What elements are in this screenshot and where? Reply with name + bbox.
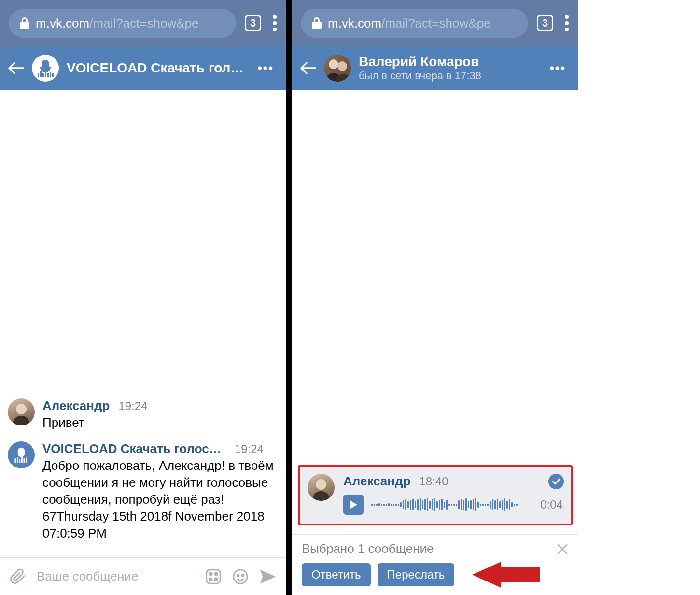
svg-point-23 bbox=[237, 574, 239, 576]
lock-icon bbox=[311, 17, 322, 29]
browser-menu-icon[interactable] bbox=[562, 15, 572, 31]
message-author[interactable]: Александр bbox=[343, 474, 410, 489]
back-button[interactable] bbox=[300, 61, 316, 75]
svg-point-29 bbox=[337, 61, 347, 71]
chat-header: Валерий Комаров был в сети вчера в 17:38… bbox=[292, 46, 578, 90]
svg-point-21 bbox=[215, 578, 218, 581]
right-screenshot: m.vk.com /mail?act=show&pe 3 Валерий Ком… bbox=[292, 0, 578, 595]
svg-point-24 bbox=[242, 574, 244, 576]
selection-bar: Выбрано 1 сообщение Ответить Переслать bbox=[292, 534, 578, 595]
close-selection-icon[interactable] bbox=[556, 543, 569, 555]
more-options-icon[interactable]: ••• bbox=[253, 56, 279, 81]
message-time: 19:24 bbox=[235, 442, 264, 456]
message[interactable]: VOICELOAD Скачать голосовое с… 19:24 Доб… bbox=[8, 441, 279, 542]
send-icon[interactable] bbox=[259, 569, 277, 584]
svg-point-18 bbox=[210, 572, 212, 575]
svg-point-1 bbox=[273, 21, 277, 25]
annotation-arrow-icon bbox=[472, 562, 540, 588]
svg-rect-9 bbox=[52, 73, 54, 77]
svg-point-26 bbox=[565, 21, 569, 25]
svg-point-27 bbox=[565, 28, 569, 31]
avatar[interactable] bbox=[308, 474, 335, 501]
browser-chrome: m.vk.com /mail?act=show&pe 3 bbox=[0, 0, 286, 46]
svg-rect-11 bbox=[15, 458, 16, 463]
message-author[interactable]: VOICELOAD Скачать голосовое с… bbox=[42, 441, 226, 456]
chat-status: был в сети вчера в 17:38 bbox=[359, 70, 537, 82]
chat-body[interactable]: Александр 18:40 0:04 bbox=[292, 90, 578, 534]
svg-rect-4 bbox=[40, 71, 42, 77]
back-button[interactable] bbox=[8, 61, 24, 75]
url-bar[interactable]: m.vk.com /mail?act=show&pe bbox=[9, 9, 236, 38]
svg-point-22 bbox=[234, 569, 247, 583]
attach-icon[interactable] bbox=[10, 568, 26, 585]
chat-title[interactable]: VOICELOAD Скачать голо... bbox=[67, 60, 245, 76]
dice-icon[interactable] bbox=[205, 568, 222, 585]
svg-rect-6 bbox=[45, 71, 46, 77]
svg-point-0 bbox=[273, 15, 277, 19]
filler bbox=[578, 0, 700, 595]
voice-message: 0:04 bbox=[343, 495, 563, 515]
svg-point-28 bbox=[329, 59, 338, 69]
chat-header: VOICELOAD Скачать голо... ••• bbox=[0, 46, 286, 90]
emoji-icon[interactable] bbox=[232, 568, 249, 585]
svg-point-30 bbox=[316, 479, 326, 490]
forward-button[interactable]: Переслать bbox=[378, 563, 455, 586]
reply-button[interactable]: Ответить bbox=[302, 563, 371, 586]
svg-rect-12 bbox=[17, 457, 18, 463]
url-domain: m.vk.com bbox=[328, 16, 381, 31]
svg-point-19 bbox=[215, 572, 218, 575]
chat-body[interactable]: Александр 19:24 Привет VOICELOAD Скачать… bbox=[0, 90, 286, 557]
browser-chrome: m.vk.com /mail?act=show&pe 3 bbox=[292, 0, 578, 46]
svg-rect-5 bbox=[42, 73, 44, 77]
more-options-icon[interactable]: ••• bbox=[545, 56, 571, 81]
svg-point-20 bbox=[210, 578, 212, 581]
svg-point-25 bbox=[565, 15, 569, 19]
avatar[interactable] bbox=[8, 441, 35, 468]
message-input[interactable] bbox=[37, 569, 195, 584]
message-time: 18:40 bbox=[419, 475, 448, 488]
chat-avatar[interactable] bbox=[32, 55, 59, 82]
url-domain: m.vk.com bbox=[36, 16, 89, 31]
url-path: /mail?act=show&pe bbox=[89, 16, 198, 31]
avatar[interactable] bbox=[8, 398, 35, 425]
tab-switcher[interactable]: 3 bbox=[245, 15, 261, 31]
selected-check-icon bbox=[548, 474, 564, 489]
message-text: Добро пожаловать, Александр! в твоём соо… bbox=[42, 457, 279, 542]
voice-duration: 0:04 bbox=[540, 498, 563, 511]
url-bar[interactable]: m.vk.com /mail?act=show&pe bbox=[301, 9, 528, 38]
svg-rect-16 bbox=[26, 457, 27, 463]
svg-rect-14 bbox=[21, 456, 23, 463]
tab-switcher[interactable]: 3 bbox=[537, 15, 553, 31]
lock-icon bbox=[19, 17, 30, 29]
svg-rect-7 bbox=[47, 73, 49, 77]
svg-rect-15 bbox=[24, 458, 25, 463]
svg-rect-13 bbox=[19, 459, 21, 463]
url-path: /mail?act=show&pe bbox=[381, 16, 490, 31]
svg-point-10 bbox=[16, 404, 27, 414]
message-time: 19:24 bbox=[118, 399, 147, 413]
svg-rect-8 bbox=[50, 72, 51, 77]
chat-avatar[interactable] bbox=[324, 55, 351, 82]
message[interactable]: Александр 19:24 Привет bbox=[8, 398, 279, 431]
left-screenshot: m.vk.com /mail?act=show&pe 3 VOICELOAD С… bbox=[0, 0, 286, 595]
chat-title[interactable]: Валерий Комаров bbox=[359, 54, 537, 70]
browser-menu-icon[interactable] bbox=[270, 15, 280, 31]
split-divider bbox=[286, 0, 292, 595]
selected-message[interactable]: Александр 18:40 0:04 bbox=[298, 465, 573, 525]
svg-rect-17 bbox=[207, 569, 220, 583]
selection-count-label: Выбрано 1 сообщение bbox=[302, 541, 434, 556]
message-author[interactable]: Александр bbox=[42, 398, 110, 413]
play-button[interactable] bbox=[343, 495, 364, 515]
waveform[interactable] bbox=[371, 496, 532, 513]
composer bbox=[0, 557, 286, 595]
message-text: Привет bbox=[42, 414, 279, 431]
svg-rect-3 bbox=[38, 73, 39, 77]
svg-point-2 bbox=[273, 28, 277, 31]
